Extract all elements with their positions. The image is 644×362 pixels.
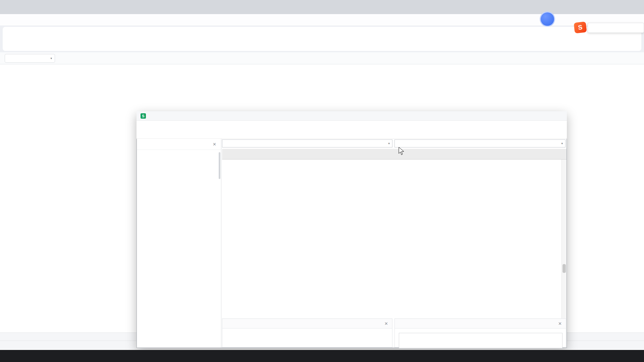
object-combo[interactable]: ▾ xyxy=(222,139,392,147)
formula-bar xyxy=(0,52,644,64)
class-timer-bubble[interactable] xyxy=(540,11,555,27)
name-box[interactable]: ▾ xyxy=(5,54,55,63)
chevron-down-icon: ▾ xyxy=(388,142,390,145)
mouse-cursor xyxy=(398,147,405,156)
immediate-window-content[interactable] xyxy=(222,328,392,338)
locals-table xyxy=(399,333,562,348)
immediate-window: ✕ xyxy=(222,318,392,348)
immediate-window-close-icon[interactable]: ✕ xyxy=(384,321,388,326)
macro-editor-titlebar[interactable]: S xyxy=(137,111,567,121)
code-editor[interactable] xyxy=(222,160,561,318)
screen: ▾ S ▾ ▾ ✕ ✕ xyxy=(0,0,644,362)
chevron-down-icon[interactable]: ▾ xyxy=(50,57,52,60)
project-tree-scrollbar[interactable] xyxy=(219,152,220,179)
wps-macro-icon: S xyxy=(141,113,146,119)
chevron-down-icon: ▾ xyxy=(561,142,563,145)
code-scrollbar[interactable] xyxy=(561,160,567,318)
editor-doc-tabbar xyxy=(222,149,567,160)
project-panel: ✕ xyxy=(137,139,221,348)
macro-editor-toolbar xyxy=(137,129,567,139)
macro-editor-menubar xyxy=(137,121,567,129)
ime-toolbar xyxy=(588,23,644,33)
procedure-combo[interactable]: ▾ xyxy=(394,139,566,147)
taskbar xyxy=(0,350,644,362)
ribbon-panel xyxy=(3,27,641,51)
locals-window: ✕ xyxy=(394,318,566,348)
project-panel-close-icon[interactable]: ✕ xyxy=(213,142,216,147)
locals-window-close-icon[interactable]: ✕ xyxy=(558,321,562,326)
code-scrollbar-thumb[interactable] xyxy=(562,264,566,273)
sogou-logo[interactable]: S xyxy=(574,21,587,34)
